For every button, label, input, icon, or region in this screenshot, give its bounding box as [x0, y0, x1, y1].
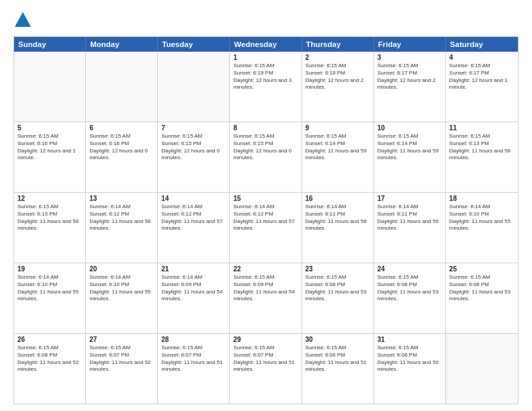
calendar-row-4: 26Sunrise: 6:15 AM Sunset: 6:08 PM Dayli…	[14, 333, 518, 404]
calendar-row-1: 5Sunrise: 6:15 AM Sunset: 6:16 PM Daylig…	[14, 122, 518, 192]
day-number: 13	[89, 195, 154, 202]
day-number: 12	[17, 195, 82, 202]
calendar-cell: 6Sunrise: 6:15 AM Sunset: 6:16 PM Daylig…	[86, 122, 158, 192]
day-number: 16	[306, 195, 370, 202]
calendar-cell: 12Sunrise: 6:15 AM Sunset: 6:13 PM Dayli…	[14, 193, 86, 263]
day-info: Sunrise: 6:15 AM Sunset: 6:13 PM Dayligh…	[17, 203, 82, 232]
day-info: Sunrise: 6:15 AM Sunset: 6:19 PM Dayligh…	[233, 62, 298, 91]
day-info: Sunrise: 6:15 AM Sunset: 6:15 PM Dayligh…	[161, 133, 226, 162]
calendar-cell: 25Sunrise: 6:15 AM Sunset: 6:08 PM Dayli…	[446, 263, 518, 333]
calendar-cell: 8Sunrise: 6:15 AM Sunset: 6:15 PM Daylig…	[230, 122, 302, 192]
calendar-body: 1Sunrise: 6:15 AM Sunset: 6:19 PM Daylig…	[14, 52, 518, 404]
calendar-cell	[14, 52, 86, 122]
day-info: Sunrise: 6:14 AM Sunset: 6:11 PM Dayligh…	[306, 203, 370, 232]
day-info: Sunrise: 6:14 AM Sunset: 6:10 PM Dayligh…	[89, 274, 154, 303]
day-number: 29	[233, 336, 298, 343]
calendar-cell: 5Sunrise: 6:15 AM Sunset: 6:16 PM Daylig…	[14, 122, 86, 192]
svg-marker-0	[15, 12, 31, 27]
day-number: 25	[449, 265, 515, 273]
calendar-cell: 10Sunrise: 6:15 AM Sunset: 6:14 PM Dayli…	[374, 122, 446, 192]
day-info: Sunrise: 6:15 AM Sunset: 6:08 PM Dayligh…	[449, 274, 515, 303]
calendar-row-0: 1Sunrise: 6:15 AM Sunset: 6:19 PM Daylig…	[14, 52, 518, 122]
calendar-cell: 4Sunrise: 6:15 AM Sunset: 6:17 PM Daylig…	[446, 52, 518, 122]
day-info: Sunrise: 6:15 AM Sunset: 6:08 PM Dayligh…	[306, 274, 370, 303]
calendar-cell: 22Sunrise: 6:15 AM Sunset: 6:09 PM Dayli…	[230, 263, 302, 333]
calendar-cell: 26Sunrise: 6:15 AM Sunset: 6:08 PM Dayli…	[14, 334, 86, 404]
day-info: Sunrise: 6:14 AM Sunset: 6:12 PM Dayligh…	[161, 203, 226, 232]
day-number: 19	[17, 265, 82, 273]
calendar-cell: 3Sunrise: 6:15 AM Sunset: 6:17 PM Daylig…	[374, 52, 446, 122]
day-number: 2	[306, 54, 370, 61]
day-number: 15	[233, 195, 298, 202]
calendar-cell: 13Sunrise: 6:14 AM Sunset: 6:12 PM Dayli…	[86, 193, 158, 263]
day-info: Sunrise: 6:15 AM Sunset: 6:06 PM Dayligh…	[378, 345, 442, 373]
calendar-cell: 2Sunrise: 6:15 AM Sunset: 6:18 PM Daylig…	[302, 52, 374, 122]
calendar-row-2: 12Sunrise: 6:15 AM Sunset: 6:13 PM Dayli…	[14, 192, 518, 263]
header-day-friday: Friday	[374, 37, 446, 52]
calendar-cell: 14Sunrise: 6:14 AM Sunset: 6:12 PM Dayli…	[158, 193, 230, 263]
header-day-tuesday: Tuesday	[158, 37, 230, 52]
day-number: 6	[89, 124, 154, 132]
day-info: Sunrise: 6:15 AM Sunset: 6:17 PM Dayligh…	[449, 62, 515, 91]
calendar-cell: 29Sunrise: 6:15 AM Sunset: 6:07 PM Dayli…	[230, 334, 302, 404]
day-number: 18	[449, 195, 515, 202]
calendar-cell: 20Sunrise: 6:14 AM Sunset: 6:10 PM Dayli…	[86, 263, 158, 333]
calendar: SundayMondayTuesdayWednesdayThursdayFrid…	[13, 36, 519, 404]
calendar-cell: 19Sunrise: 6:14 AM Sunset: 6:10 PM Dayli…	[14, 263, 86, 333]
day-number: 17	[378, 195, 442, 202]
day-info: Sunrise: 6:15 AM Sunset: 6:13 PM Dayligh…	[449, 133, 515, 162]
day-number: 4	[449, 54, 515, 61]
day-number: 20	[89, 265, 154, 273]
calendar-cell: 16Sunrise: 6:14 AM Sunset: 6:11 PM Dayli…	[302, 193, 374, 263]
day-info: Sunrise: 6:14 AM Sunset: 6:11 PM Dayligh…	[378, 203, 442, 232]
day-number: 8	[233, 124, 298, 132]
day-info: Sunrise: 6:15 AM Sunset: 6:09 PM Dayligh…	[233, 274, 298, 303]
day-number: 23	[306, 265, 370, 273]
calendar-cell: 31Sunrise: 6:15 AM Sunset: 6:06 PM Dayli…	[374, 334, 446, 404]
day-info: Sunrise: 6:15 AM Sunset: 6:15 PM Dayligh…	[233, 133, 298, 162]
calendar-cell: 17Sunrise: 6:14 AM Sunset: 6:11 PM Dayli…	[374, 193, 446, 263]
header-day-monday: Monday	[86, 37, 158, 52]
calendar-cell: 9Sunrise: 6:15 AM Sunset: 6:14 PM Daylig…	[302, 122, 374, 192]
day-info: Sunrise: 6:15 AM Sunset: 6:07 PM Dayligh…	[161, 345, 226, 373]
header-day-saturday: Saturday	[446, 37, 518, 52]
day-number: 22	[233, 265, 298, 273]
day-number: 28	[161, 336, 226, 343]
logo-icon	[13, 11, 32, 30]
day-number: 10	[378, 124, 442, 132]
day-number: 14	[161, 195, 226, 202]
calendar-cell	[446, 334, 518, 404]
day-number: 26	[17, 336, 82, 343]
calendar-cell: 28Sunrise: 6:15 AM Sunset: 6:07 PM Dayli…	[158, 334, 230, 404]
day-info: Sunrise: 6:15 AM Sunset: 6:14 PM Dayligh…	[306, 133, 370, 162]
day-number: 30	[306, 336, 370, 343]
day-number: 27	[89, 336, 154, 343]
calendar-header: SundayMondayTuesdayWednesdayThursdayFrid…	[14, 37, 518, 52]
calendar-row-3: 19Sunrise: 6:14 AM Sunset: 6:10 PM Dayli…	[14, 263, 518, 333]
day-info: Sunrise: 6:14 AM Sunset: 6:10 PM Dayligh…	[449, 203, 515, 232]
day-number: 31	[378, 336, 442, 343]
day-number: 1	[233, 54, 298, 61]
day-info: Sunrise: 6:15 AM Sunset: 6:17 PM Dayligh…	[378, 62, 442, 91]
calendar-cell: 24Sunrise: 6:15 AM Sunset: 6:08 PM Dayli…	[374, 263, 446, 333]
day-info: Sunrise: 6:15 AM Sunset: 6:16 PM Dayligh…	[17, 133, 82, 162]
day-number: 3	[378, 54, 442, 61]
calendar-cell: 15Sunrise: 6:14 AM Sunset: 6:12 PM Dayli…	[230, 193, 302, 263]
day-number: 11	[449, 124, 515, 132]
header-day-sunday: Sunday	[14, 37, 86, 52]
day-info: Sunrise: 6:15 AM Sunset: 6:07 PM Dayligh…	[233, 345, 298, 373]
day-info: Sunrise: 6:15 AM Sunset: 6:18 PM Dayligh…	[306, 62, 370, 91]
day-info: Sunrise: 6:15 AM Sunset: 6:08 PM Dayligh…	[17, 345, 82, 373]
day-number: 5	[17, 124, 82, 132]
calendar-cell: 27Sunrise: 6:15 AM Sunset: 6:07 PM Dayli…	[86, 334, 158, 404]
day-number: 24	[378, 265, 442, 273]
day-info: Sunrise: 6:15 AM Sunset: 6:16 PM Dayligh…	[89, 133, 154, 162]
day-number: 21	[161, 265, 226, 273]
header-day-wednesday: Wednesday	[230, 37, 302, 52]
day-number: 9	[306, 124, 370, 132]
page: SundayMondayTuesdayWednesdayThursdayFrid…	[0, 0, 532, 411]
day-info: Sunrise: 6:15 AM Sunset: 6:06 PM Dayligh…	[306, 345, 370, 373]
header	[13, 11, 519, 30]
calendar-cell: 11Sunrise: 6:15 AM Sunset: 6:13 PM Dayli…	[446, 122, 518, 192]
day-info: Sunrise: 6:14 AM Sunset: 6:12 PM Dayligh…	[233, 203, 298, 232]
